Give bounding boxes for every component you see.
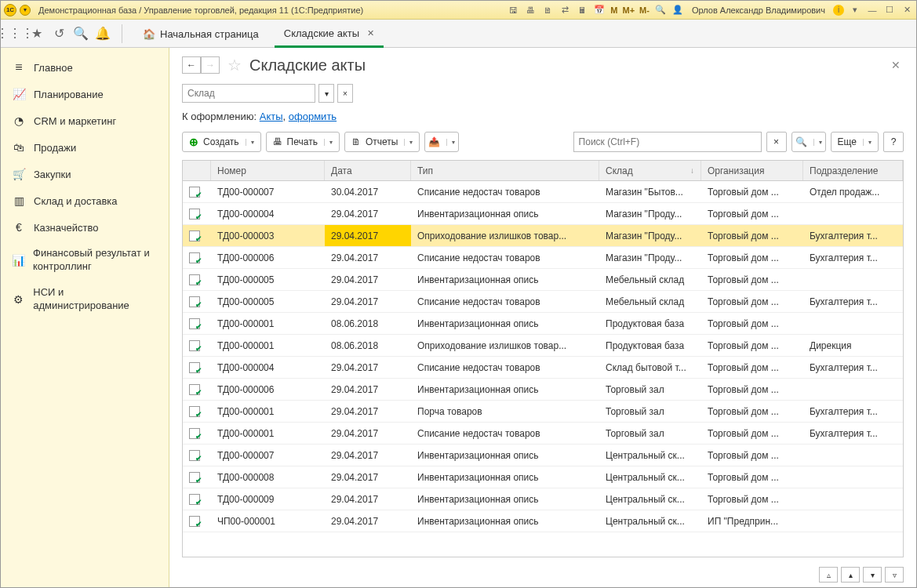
reports-button[interactable]: 🗎Отчеты▾: [344, 132, 420, 152]
col-type[interactable]: Тип: [411, 161, 599, 180]
table-row[interactable]: ✔ТД00-00000529.04.2017Списание недостач …: [183, 291, 903, 313]
table-row[interactable]: ✔ТД00-00000429.04.2017Инвентаризационная…: [183, 203, 903, 225]
cell-type: Инвентаризационная опись: [411, 510, 599, 532]
cell-date: 30.04.2017: [325, 181, 411, 202]
tab-start-page[interactable]: Начальная страница: [133, 21, 268, 48]
table-row[interactable]: ✔ТД00-00000329.04.2017Оприходование изли…: [183, 225, 903, 247]
tab-close-icon[interactable]: ✕: [367, 28, 374, 38]
link-create[interactable]: оформить: [289, 111, 337, 122]
save-icon[interactable]: 🖫: [507, 4, 519, 16]
scroll-bottom-button[interactable]: ▿: [885, 567, 904, 583]
table-row[interactable]: ✔ТД00-00000730.04.2017Списание недостач …: [183, 181, 903, 203]
table-row[interactable]: ✔ТД00-00000829.04.2017Инвентаризационная…: [183, 466, 903, 488]
cell-store: Центральный ск...: [599, 445, 701, 466]
filter-clear-button[interactable]: ×: [337, 84, 353, 103]
table-row[interactable]: ✔ТД00-00000629.04.2017Инвентаризационная…: [183, 379, 903, 401]
memory-mplus[interactable]: M+: [623, 5, 635, 15]
dropdown-icon[interactable]: ▾: [20, 5, 31, 16]
cell-dept: Бухгалтерия т...: [803, 225, 903, 246]
search-toolbar-icon[interactable]: 🔍: [73, 26, 89, 42]
info-icon[interactable]: i: [833, 5, 844, 16]
cell-type: Списание недостач товаров: [411, 357, 599, 378]
col-org[interactable]: Организация: [701, 161, 803, 180]
col-number[interactable]: Номер: [211, 161, 325, 180]
maximize-icon[interactable]: ☐: [883, 4, 896, 16]
search-input[interactable]: [573, 132, 762, 152]
scroll-top-button[interactable]: ▵: [819, 567, 838, 583]
window-title: Демонстрационная база / Управление торго…: [38, 5, 363, 15]
history-icon[interactable]: ↺: [51, 26, 67, 42]
sidebar-item-warehouse[interactable]: ▥Склад и доставка: [1, 187, 169, 214]
col-store[interactable]: Склад↓: [599, 161, 701, 180]
row-status-icon: ✔: [183, 313, 211, 334]
sidebar-item-planning[interactable]: 📈Планирование: [1, 81, 169, 107]
sidebar-item-treasury[interactable]: €Казначейство: [1, 214, 169, 241]
table-row[interactable]: ✔ТД00-00000629.04.2017Списание недостач …: [183, 247, 903, 269]
search-clear-button[interactable]: ×: [766, 132, 787, 152]
sidebar-item-sales[interactable]: 🛍Продажи: [1, 134, 169, 161]
cell-type: Инвентаризационная опись: [411, 445, 599, 466]
table-row[interactable]: ✔ТД00-00000129.04.2017Списание недостач …: [183, 423, 903, 445]
table-row[interactable]: ✔ТД00-00000108.06.2018Инвентаризационная…: [183, 313, 903, 335]
table-row[interactable]: ✔ТД00-00000729.04.2017Инвентаризационная…: [183, 445, 903, 466]
memory-m[interactable]: M: [610, 5, 617, 15]
table-row[interactable]: ✔ТД00-00000108.06.2018Оприходование изли…: [183, 335, 903, 357]
row-status-icon: ✔: [183, 466, 211, 488]
export-button[interactable]: 📤▾: [424, 132, 459, 152]
memory-mminus[interactable]: M-: [639, 5, 650, 15]
back-button[interactable]: ←: [182, 56, 201, 74]
print-button[interactable]: 🖶Печать▾: [266, 132, 340, 152]
calc-icon[interactable]: 🖩: [576, 4, 588, 16]
minimize-icon[interactable]: —: [866, 4, 879, 16]
compare-icon[interactable]: ⇄: [559, 4, 571, 16]
table-row[interactable]: ✔ТД00-00000129.04.2017Порча товаровТорго…: [183, 401, 903, 423]
col-date[interactable]: Дата: [325, 161, 411, 180]
sidebar-item-main[interactable]: Главное: [1, 54, 169, 81]
more-button[interactable]: Еще▾: [831, 132, 879, 152]
warehouse-filter-input[interactable]: [182, 84, 315, 103]
favorite-icon[interactable]: ★: [29, 26, 45, 42]
cell-date: 29.04.2017: [325, 203, 411, 224]
scroll-down-button[interactable]: ▾: [863, 567, 882, 583]
sidebar-item-finance[interactable]: 📊Финансовый результат и контроллинг: [1, 241, 169, 280]
print-icon[interactable]: 🖶: [524, 4, 537, 16]
user-icon[interactable]: 👤: [671, 4, 684, 16]
cell-date: 29.04.2017: [325, 423, 411, 444]
cell-dept: Отдел продаж...: [803, 181, 903, 202]
link-acts[interactable]: Акты: [260, 111, 283, 122]
window-close-icon[interactable]: ✕: [901, 4, 913, 16]
chevron-down-icon: ▾: [404, 139, 413, 146]
calendar-icon[interactable]: 📅: [593, 4, 606, 16]
help-button[interactable]: ?: [883, 132, 904, 152]
tab-warehouse-acts[interactable]: Складские акты ✕: [275, 21, 384, 48]
table-row[interactable]: ✔ЧП00-00000129.04.2017Инвентаризационная…: [183, 510, 903, 532]
filter-dropdown-button[interactable]: ▾: [318, 84, 334, 103]
preview-icon[interactable]: 🗎: [541, 4, 554, 16]
search-button[interactable]: 🔍▾: [791, 132, 826, 152]
sidebar-item-purchases[interactable]: 🛒Закупки: [1, 161, 169, 187]
col-dept[interactable]: Подразделение: [803, 161, 903, 180]
zoom-icon[interactable]: 🔍: [654, 4, 667, 16]
sidebar-label: Продажи: [34, 142, 76, 154]
apps-icon[interactable]: ⋮⋮⋮: [7, 26, 23, 42]
cell-org: ИП "Предприн...: [701, 510, 803, 532]
forward-button[interactable]: →: [201, 56, 220, 74]
create-button[interactable]: ⊕Создать▾: [182, 132, 261, 152]
col-icon[interactable]: [183, 161, 211, 180]
sidebar-item-crm[interactable]: ◔CRM и маркетинг: [1, 107, 169, 134]
cell-number: ТД00-000004: [211, 357, 325, 378]
cell-type: Инвентаризационная опись: [411, 203, 599, 224]
sidebar-item-admin[interactable]: ⚙НСИ и администрирование: [1, 280, 169, 319]
table-row[interactable]: ✔ТД00-00000529.04.2017Инвентаризационная…: [183, 269, 903, 291]
tb-dropdown-icon[interactable]: ▾: [849, 4, 861, 16]
table-row[interactable]: ✔ТД00-00000429.04.2017Списание недостач …: [183, 357, 903, 379]
scroll-up-button[interactable]: ▴: [841, 567, 860, 583]
table-row[interactable]: ✔ТД00-00000929.04.2017Инвентаризационная…: [183, 488, 903, 510]
cell-type: Инвентаризационная опись: [411, 269, 599, 290]
row-status-icon: ✔: [183, 379, 211, 400]
favorite-toggle-icon[interactable]: ☆: [227, 56, 242, 74]
cell-dept: Бухгалтерия т...: [803, 423, 903, 444]
cell-org: Торговый дом ...: [701, 291, 803, 312]
bell-icon[interactable]: 🔔: [95, 26, 111, 42]
close-page-icon[interactable]: ✕: [888, 56, 904, 74]
